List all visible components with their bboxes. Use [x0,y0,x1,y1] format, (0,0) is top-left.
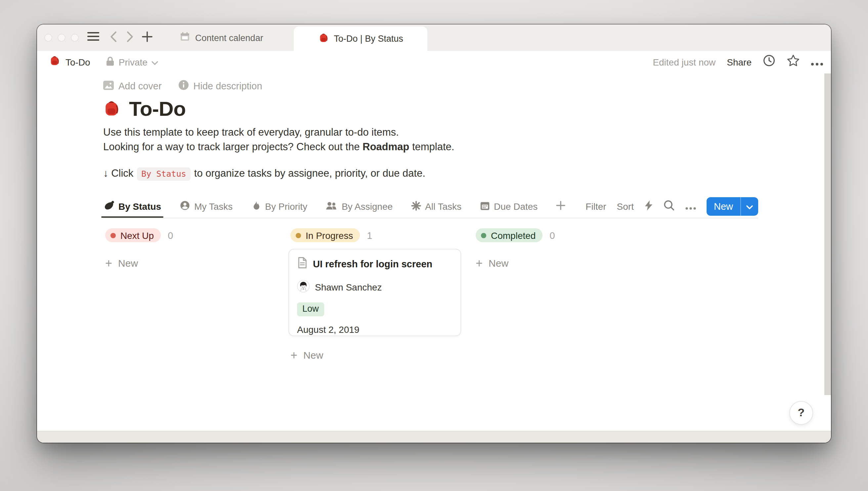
card-title: UI refresh for login screen [313,258,432,269]
page-title[interactable]: To-Do [129,97,186,121]
tab-content-calendar[interactable]: Content calendar [173,25,270,51]
column-count: 0 [549,230,555,240]
add-card-button[interactable]: + New [105,257,138,269]
add-card-label: New [488,257,508,269]
zoom-window-button[interactable] [71,34,79,42]
lightning-icon [645,200,653,213]
database-controls: Filter Sort [586,195,758,218]
backpack-emoji [49,55,60,69]
ellipsis-icon [685,201,696,212]
column-count: 0 [168,230,173,240]
view-tab-by-status[interactable]: By Status [103,195,161,218]
horizontal-scrollbar[interactable] [37,431,831,443]
backpack-emoji [318,32,328,45]
nav-back-button[interactable] [110,25,117,51]
task-card[interactable]: UI refresh for login screen [289,249,461,336]
header-actions: Edited just now Share [653,51,823,73]
add-cover-button[interactable]: Add cover [103,80,162,92]
new-dropdown-button[interactable] [741,197,758,216]
window-tab-bar: Content calendar To-Do | By Status [37,25,831,51]
plus-icon [556,201,565,212]
view-tab-due-dates[interactable]: Due Dates [479,195,538,218]
hint-line: ↓ ClickBy Statusto organize tasks by ass… [103,167,425,179]
help-button[interactable]: ? [789,401,813,425]
chevron-left-icon [110,31,117,45]
view-tab-label: By Priority [265,201,307,212]
view-tab-label: All Tasks [425,201,461,212]
sidebar-toggle-button[interactable] [87,25,99,51]
description-line-1: Use this template to keep track of every… [103,125,454,139]
column-header[interactable]: In Progress 1 [291,228,372,242]
tab-label: To-Do | By Status [334,34,403,44]
hide-description-button[interactable]: Hide description [179,80,262,92]
database-toolbar: By Status My Tasks [37,195,831,219]
view-tab-my-tasks[interactable]: My Tasks [179,195,233,218]
page-meta-actions: Add cover Hide description [103,80,262,92]
close-window-button[interactable] [44,34,52,42]
add-view-button[interactable] [556,195,565,218]
card-assignee-row: Shawn Sanchez [297,280,452,294]
view-tab-by-assignee[interactable]: By Assignee [325,195,393,218]
add-card-label: New [303,349,323,360]
favorite-button[interactable] [787,54,800,69]
ellipsis-icon [811,56,823,68]
star-icon [787,54,800,69]
view-tab-all-tasks[interactable]: All Tasks [411,195,461,218]
view-tab-by-priority[interactable]: By Priority [250,195,307,218]
tab-todo-by-status[interactable]: To-Do | By Status [294,26,427,51]
nav-forward-button[interactable] [126,25,133,51]
add-card-label: New [118,257,138,269]
status-pill-in-progress: In Progress [291,228,360,242]
status-label: In Progress [306,230,353,240]
kanban-board: Next Up 0 + New In Progress 1 [103,228,831,431]
calendar-icon [479,200,490,213]
person-icon [179,200,190,213]
add-card-button[interactable]: + New [476,257,508,269]
roadmap-link[interactable]: Roadmap [363,141,409,152]
new-button[interactable]: New [707,197,740,216]
avatar [297,280,310,294]
chevron-down-icon [151,57,158,67]
status-dot [111,233,116,238]
status-pill-completed: Completed [476,228,542,242]
sort-button[interactable]: Sort [617,201,634,212]
more-options-button[interactable] [811,56,823,68]
by-status-code-chip: By Status [137,167,190,181]
history-button[interactable] [763,54,775,69]
add-card-button[interactable]: + New [291,349,323,360]
status-label: Completed [491,230,536,240]
privacy-label: Private [119,57,148,67]
breadcrumb-page-title[interactable]: To-Do [65,57,90,67]
page-header: To-Do Private Edited just now [37,51,831,73]
column-header[interactable]: Next Up 0 [105,228,173,242]
column-header[interactable]: Completed 0 [476,228,555,242]
priority-tag: Low [297,302,324,316]
status-dot [296,233,301,238]
hamburger-icon [87,32,99,44]
search-icon [664,200,675,213]
info-icon [179,80,189,92]
clock-icon [763,54,775,69]
plus-icon: + [291,350,297,359]
automations-button[interactable] [645,200,653,213]
share-button[interactable]: Share [727,57,752,67]
vertical-scrollbar[interactable] [824,74,831,395]
privacy-dropdown[interactable]: Private [106,56,158,68]
page-description[interactable]: Use this template to keep track of every… [103,125,454,153]
plus-icon: + [105,258,112,268]
view-options-button[interactable] [685,201,696,212]
minimize-window-button[interactable] [58,34,65,42]
status-dot [481,233,486,238]
status-pill-next-up: Next Up [105,228,160,242]
flame-icon [250,200,261,213]
card-due-date: August 2, 2019 [297,324,452,335]
search-button[interactable] [664,200,675,213]
filter-button[interactable]: Filter [586,201,606,212]
new-tab-button[interactable] [142,25,153,51]
hide-description-label: Hide description [193,81,262,91]
tab-label: Content calendar [195,33,263,43]
card-title-row: UI refresh for login screen [297,257,452,271]
notion-window: Content calendar To-Do | By Status [37,25,831,443]
view-tab-label: My Tasks [194,201,233,212]
add-cover-label: Add cover [118,81,162,91]
